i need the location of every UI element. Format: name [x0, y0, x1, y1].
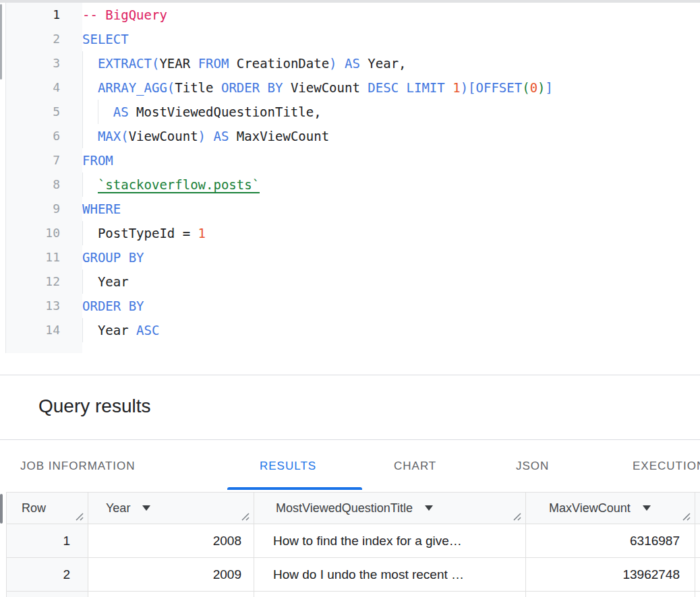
column-resize-handle[interactable]	[75, 512, 84, 521]
column-header-maxviewcount[interactable]: MaxViewCount	[526, 493, 695, 524]
token-plain	[337, 56, 345, 71]
line-number: 14	[5, 318, 82, 342]
indent-guide	[82, 100, 83, 124]
line-number: 13	[5, 294, 82, 318]
token-plain	[399, 80, 406, 95]
token-plain	[82, 80, 98, 95]
column-resize-handle[interactable]	[682, 512, 691, 521]
code-line[interactable]: 10 PostTypeId = 1	[0, 221, 700, 245]
code-line[interactable]: 8 `stackoverflow.posts`	[0, 172, 700, 197]
code-text[interactable]: Year ASC	[82, 318, 700, 342]
token-plain	[82, 129, 98, 144]
token-kw: AS	[214, 129, 229, 144]
indent-guide	[82, 124, 83, 148]
table-header-row: RowYearMostViewedQuestionTitleMaxViewCou…	[7, 493, 700, 524]
token-grn: (	[522, 80, 529, 95]
token-kw: ARRAY_AGG(	[98, 80, 175, 95]
column-header-mostviewedquestiontitle[interactable]: MostViewedQuestionTitle	[254, 493, 526, 524]
code-text[interactable]: MAX(ViewCount) AS MaxViewCount	[82, 124, 700, 148]
code-line[interactable]: 14 Year ASC	[0, 318, 700, 342]
results-scrollbar-thumb[interactable]	[0, 494, 3, 524]
tab-chart[interactable]: CHART	[394, 440, 436, 492]
code-text[interactable]: ARRAY_AGG(Title ORDER BY ViewCount DESC …	[82, 75, 700, 100]
column-header-row[interactable]: Row	[7, 493, 88, 524]
line-number: 7	[5, 148, 82, 172]
code-line[interactable]: 7FROM	[0, 148, 700, 172]
divider	[0, 375, 700, 375]
code-line[interactable]: 12 Year	[0, 270, 700, 294]
indent-guide	[82, 172, 83, 197]
token-num: 0	[530, 80, 537, 95]
sort-arrow-icon[interactable]	[425, 505, 433, 511]
gutter	[5, 342, 82, 353]
cell-overflow	[695, 524, 700, 557]
code-text[interactable]: -- BigQuery	[82, 3, 700, 27]
query-results-title: Query results	[38, 395, 151, 418]
line-number: 5	[5, 100, 82, 124]
token-kw: DESC	[368, 80, 399, 95]
code-line[interactable]: 13ORDER BY	[0, 294, 700, 318]
code-text[interactable]: SELECT	[82, 27, 700, 51]
sort-arrow-icon[interactable]	[142, 505, 150, 511]
tab-job-information[interactable]: JOB INFORMATION	[20, 440, 136, 492]
token-kw: AS	[345, 56, 360, 71]
token-kw: )	[329, 56, 337, 71]
tab-execution-details[interactable]: EXECUTION DETAILS	[633, 440, 700, 492]
sort-arrow-icon[interactable]	[643, 505, 651, 511]
token-kw: ORDER BY	[82, 298, 144, 313]
indent-guide	[82, 75, 83, 100]
cell-year: 2009	[88, 558, 254, 591]
table-row: 12008How to find the index for a give…63…	[7, 524, 700, 558]
token-plain: Title	[175, 80, 213, 95]
code-text[interactable]: FROM	[82, 148, 700, 172]
code-line[interactable]: 6 MAX(ViewCount) AS MaxViewCount	[0, 124, 700, 148]
token-plain	[82, 177, 98, 192]
token-plain	[190, 56, 198, 71]
column-resize-handle[interactable]	[513, 512, 521, 521]
token-kw: FROM	[82, 153, 113, 168]
code-text[interactable]	[82, 342, 700, 353]
cell-mostviewedquestiontitle: How to find the index for a give…	[254, 524, 526, 557]
line-number: 11	[5, 245, 82, 270]
cell-maxviewcount	[526, 592, 695, 597]
code-line[interactable]: 3 EXTRACT(YEAR FROM CreationDate) AS Yea…	[0, 51, 700, 75]
line-number: 9	[5, 197, 82, 221]
code-line[interactable]: 9WHERE	[0, 197, 700, 221]
line-number: 12	[5, 270, 82, 294]
token-tbl[interactable]: `stackoverflow.posts`	[98, 177, 260, 193]
token-kw: WHERE	[82, 201, 121, 216]
cell-year	[88, 592, 254, 597]
code-line[interactable]: 2SELECT	[0, 27, 700, 51]
code-text[interactable]: EXTRACT(YEAR FROM CreationDate) AS Year,	[82, 51, 700, 75]
code-text[interactable]: GROUP BY	[82, 245, 700, 270]
sql-code-editor[interactable]: 1-- BigQuery2SELECT3 EXTRACT(YEAR FROM C…	[0, 3, 700, 375]
line-number: 2	[5, 27, 82, 51]
code-text[interactable]: Year	[82, 270, 700, 294]
column-header-label: Row	[22, 501, 46, 515]
editor-scrollbar-thumb[interactable]	[0, 4, 2, 80]
code-line[interactable]: 5 AS MostViewedQuestionTitle,	[0, 100, 700, 124]
column-header-label: MaxViewCount	[549, 501, 631, 515]
column-resize-handle[interactable]	[241, 512, 250, 521]
code-text[interactable]: WHERE	[82, 197, 700, 221]
cell-overflow	[695, 558, 700, 591]
column-header-overflow	[695, 493, 700, 524]
code-line[interactable]: 1-- BigQuery	[0, 3, 700, 27]
code-line[interactable]: 11GROUP BY	[0, 245, 700, 270]
code-text[interactable]: `stackoverflow.posts`	[82, 172, 700, 197]
token-plain: YEAR	[159, 56, 190, 71]
line-number: 8	[5, 172, 82, 197]
code-text[interactable]: AS MostViewedQuestionTitle,	[82, 100, 700, 124]
token-plain: MaxViewCount	[229, 129, 329, 144]
token-kw: SELECT	[82, 32, 129, 46]
token-kw: LIMIT	[407, 80, 445, 95]
code-text[interactable]: ORDER BY	[82, 294, 700, 318]
token-plain	[206, 129, 213, 144]
column-header-year[interactable]: Year	[88, 493, 254, 524]
token-plain	[213, 80, 221, 95]
tab-results[interactable]: RESULTS	[260, 440, 316, 492]
code-text[interactable]: PostTypeId = 1	[82, 221, 700, 245]
tab-json[interactable]: JSON	[516, 440, 549, 492]
code-line[interactable]: 4 ARRAY_AGG(Title ORDER BY ViewCount DES…	[0, 75, 700, 100]
indent-guide	[98, 100, 98, 124]
